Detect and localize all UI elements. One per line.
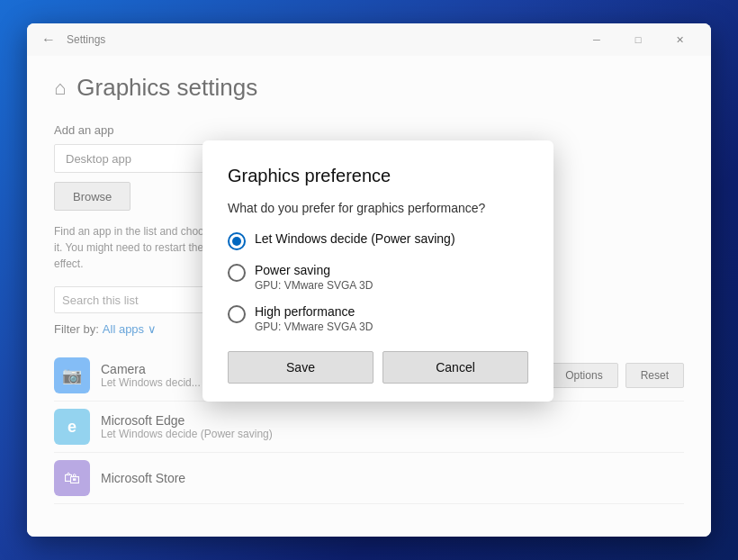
- save-button[interactable]: Save: [228, 351, 374, 384]
- dialog-actions: Save Cancel: [228, 351, 528, 384]
- option-high-performance[interactable]: High performance GPU: VMware SVGA 3D: [228, 304, 528, 333]
- dialog-title: Graphics preference: [228, 166, 528, 186]
- dialog-question: What do you prefer for graphics performa…: [228, 201, 528, 215]
- settings-window: ← Settings ─ □ ✕ ⌂ Graphics settings Add…: [27, 23, 711, 537]
- option-high-performance-sub: GPU: VMware SVGA 3D: [255, 321, 373, 333]
- option-power-saving-sub: GPU: VMware SVGA 3D: [255, 279, 373, 292]
- option-power-saving[interactable]: Power saving GPU: VMware SVGA 3D: [228, 263, 528, 292]
- option-let-windows-decide-label: Let Windows decide (Power saving): [255, 231, 455, 246]
- graphics-preference-dialog: Graphics preference What do you prefer f…: [202, 140, 554, 402]
- option-high-performance-label: High performance: [255, 304, 373, 319]
- radio-power-saving[interactable]: [228, 264, 246, 282]
- option-let-windows-decide-text: Let Windows decide (Power saving): [255, 231, 455, 246]
- option-power-saving-text: Power saving GPU: VMware SVGA 3D: [255, 263, 373, 292]
- radio-high-performance[interactable]: [228, 305, 246, 323]
- option-high-performance-text: High performance GPU: VMware SVGA 3D: [255, 304, 373, 333]
- radio-let-windows-decide[interactable]: [228, 232, 246, 250]
- option-power-saving-label: Power saving: [255, 263, 373, 277]
- cancel-button[interactable]: Cancel: [382, 351, 528, 384]
- option-let-windows-decide[interactable]: Let Windows decide (Power saving): [228, 231, 528, 250]
